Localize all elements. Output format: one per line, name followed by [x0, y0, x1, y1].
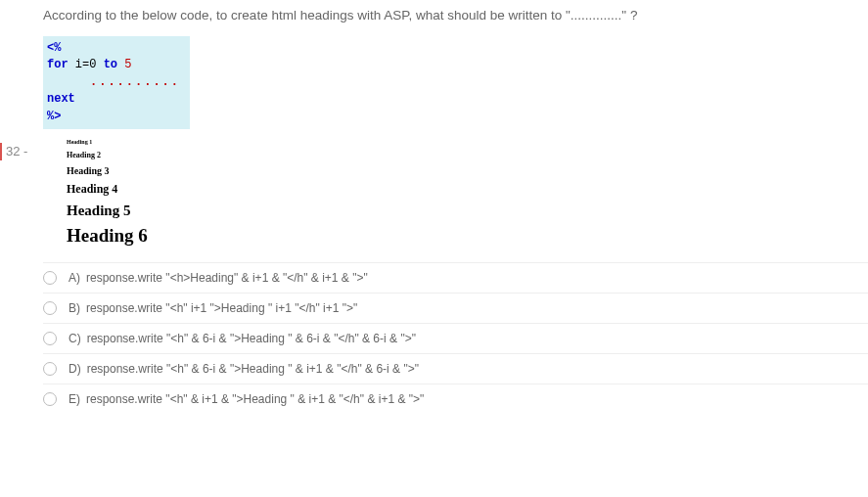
option-row[interactable]: B)response.write "<h" i+1 ">Heading " i+…: [43, 293, 868, 323]
option-row[interactable]: E)response.write "<h" & i+1 & ">Heading …: [43, 384, 868, 414]
option-text: response.write "<h" & 6-i & ">Heading " …: [87, 362, 419, 376]
code-block: <% for i=0 to 5 .......... next %>: [43, 36, 190, 129]
option-letter: B): [69, 301, 80, 315]
option-row[interactable]: A)response.write "<h>Heading" & i+1 & "<…: [43, 262, 868, 293]
option-row[interactable]: D)response.write "<h" & 6-i & ">Heading …: [43, 353, 868, 384]
option-letter: D): [69, 362, 81, 376]
code-kw-to: to: [104, 58, 117, 71]
code-kw-for: for: [47, 58, 69, 71]
code-close-tag: %>: [47, 110, 61, 123]
question-number-badge: 32 -: [0, 143, 31, 160]
option-letter: E): [69, 392, 80, 406]
option-text: response.write "<h" & i+1 & ">Heading " …: [86, 392, 424, 406]
question-content: According to the below code, to create h…: [43, 0, 868, 414]
option-text: response.write "<h>Heading" & i+1 & "</h…: [86, 271, 368, 285]
radio-icon[interactable]: [43, 362, 57, 376]
heading-sample: Heading 3: [67, 165, 868, 176]
radio-icon[interactable]: [43, 271, 57, 285]
radio-icon[interactable]: [43, 332, 57, 345]
heading-sample: Heading 1: [67, 139, 868, 145]
option-letter: A): [69, 271, 80, 285]
options-list: A)response.write "<h>Heading" & i+1 & "<…: [43, 262, 868, 414]
option-letter: C): [69, 332, 81, 345]
option-row[interactable]: C)response.write "<h" & 6-i & ">Heading …: [43, 323, 868, 353]
code-ident: i=0: [69, 58, 104, 71]
radio-icon[interactable]: [43, 301, 57, 315]
heading-sample: Heading 2: [67, 151, 868, 159]
code-dots: ..........: [47, 74, 180, 91]
heading-sample: Heading 4: [67, 182, 868, 197]
heading-sample: Heading 5: [67, 203, 868, 219]
option-text: response.write "<h" & 6-i & ">Heading " …: [87, 332, 416, 345]
code-next: next: [47, 92, 75, 106]
code-num: 5: [117, 58, 131, 71]
code-open-tag: <%: [47, 41, 61, 55]
headings-output: Heading 1Heading 2Heading 3Heading 4Head…: [43, 139, 868, 247]
heading-sample: Heading 6: [67, 225, 868, 247]
question-text: According to the below code, to create h…: [43, 8, 868, 23]
radio-icon[interactable]: [43, 392, 57, 406]
option-text: response.write "<h" i+1 ">Heading " i+1 …: [86, 301, 357, 315]
